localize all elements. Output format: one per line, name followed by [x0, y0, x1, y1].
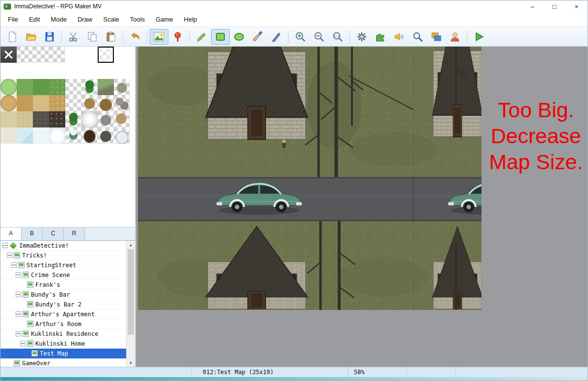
palette-tile-hole[interactable]: [81, 127, 98, 144]
menu-scale[interactable]: Scale: [98, 14, 125, 25]
save-project-button[interactable]: [40, 29, 59, 45]
palette-tile-grass-patch[interactable]: [0, 79, 17, 95]
palette-tile-blank[interactable]: [114, 47, 130, 63]
palette-tile-lava-rock[interactable]: [49, 111, 65, 127]
actual-scale-button[interactable]: 1:1: [328, 29, 347, 45]
zoom-in-button[interactable]: [291, 29, 310, 45]
tree-item-kuklinski-residence[interactable]: Kuklinski Residence: [0, 329, 127, 339]
options-button[interactable]: [352, 29, 371, 45]
palette-tile-dirt-light[interactable]: [33, 95, 49, 111]
flood-fill-tool-button[interactable]: [248, 29, 267, 45]
palette-tile-snow[interactable]: [33, 127, 49, 144]
pencil-tool-button[interactable]: [192, 29, 211, 45]
sound-test-button[interactable]: [390, 29, 408, 45]
collapse-toggle[interactable]: [16, 331, 21, 336]
palette-tile-sand-textured[interactable]: [17, 111, 33, 127]
tree-item-arthurs-apartment[interactable]: Arthur's Apartment: [0, 309, 127, 319]
palette-tile-rocks[interactable]: [114, 79, 130, 95]
collapse-toggle[interactable]: [16, 292, 21, 297]
collapse-toggle[interactable]: [20, 341, 26, 346]
event-searcher-button[interactable]: [408, 29, 427, 45]
palette-tile-stones[interactable]: [114, 95, 130, 111]
tree-item-test-map[interactable]: Test Map: [0, 349, 127, 358]
tree-item-gameover[interactable]: GameOver: [0, 358, 127, 367]
palette-tile-dirt[interactable]: [17, 95, 33, 111]
palette-tile-blank[interactable]: [65, 47, 81, 63]
palette-tile-tree[interactable]: [81, 79, 98, 95]
tree-item-arthurs-room[interactable]: Arthur's Room: [0, 319, 127, 329]
palette-tile-dirt-pile[interactable]: [98, 95, 114, 111]
menu-file[interactable]: File: [2, 14, 24, 25]
palette-tile-snow-tree[interactable]: [65, 127, 81, 144]
collapse-toggle[interactable]: [16, 311, 21, 317]
palette-tile-sand[interactable]: [0, 111, 17, 127]
menu-help[interactable]: Help: [179, 14, 203, 25]
rectangle-tool-button[interactable]: [211, 29, 230, 45]
collapse-toggle[interactable]: [7, 253, 12, 258]
palette-tile-ice[interactable]: [17, 127, 33, 144]
palette-tile-grass[interactable]: [17, 79, 33, 95]
npc-figure[interactable]: [282, 140, 286, 149]
shadow-pen-tool-button[interactable]: [267, 29, 286, 45]
undo-button[interactable]: [126, 29, 144, 45]
palette-tile-transparent[interactable]: [33, 47, 49, 63]
palette-tab-r[interactable]: R: [64, 228, 85, 240]
palette-tile-grass-textured[interactable]: [49, 79, 65, 95]
tree-item-crime-scene[interactable]: Crime Scene: [0, 270, 127, 280]
maximize-button[interactable]: □: [543, 0, 565, 12]
tree-scrollbar[interactable]: ▲ ▼: [126, 241, 135, 367]
palette-tile-pale-ground[interactable]: [0, 127, 17, 144]
palette-tile-crystal[interactable]: [81, 111, 98, 127]
resource-manager-button[interactable]: [427, 29, 446, 45]
tree-item-startingstreet[interactable]: StartingStreet: [0, 260, 127, 270]
map-edit-mode-button[interactable]: [150, 29, 168, 45]
palette-tile-blank[interactable]: [81, 47, 98, 63]
palette-tile-selected[interactable]: [98, 47, 114, 63]
event-edit-mode-button[interactable]: [168, 29, 187, 45]
scrollbar-thumb[interactable]: [128, 249, 134, 335]
character-generator-button[interactable]: [446, 29, 464, 45]
menu-game[interactable]: Game: [150, 14, 178, 25]
open-project-button[interactable]: [22, 29, 40, 45]
tree-item-franks[interactable]: Frank's: [0, 280, 127, 290]
menu-mode[interactable]: Mode: [45, 14, 72, 25]
palette-tile-erase[interactable]: [0, 47, 17, 63]
menu-tools[interactable]: Tools: [125, 14, 150, 25]
palette-tile-cliff[interactable]: [98, 79, 114, 95]
palette-tab-a[interactable]: A: [0, 228, 22, 240]
palette-tile-tree-2[interactable]: [65, 111, 81, 127]
ellipse-tool-button[interactable]: [230, 29, 248, 45]
tree-item-tricks[interactable]: Tricks!: [0, 251, 127, 260]
close-button[interactable]: ×: [565, 0, 588, 12]
palette-tile-dirt-mound[interactable]: [81, 95, 98, 111]
cut-button[interactable]: [64, 29, 83, 45]
menu-edit[interactable]: Edit: [24, 14, 45, 25]
palette-tile-tan-rocks[interactable]: [114, 111, 130, 127]
zoom-out-button[interactable]: [310, 29, 328, 45]
minimize-button[interactable]: –: [521, 0, 543, 12]
copy-button[interactable]: [83, 29, 102, 45]
paste-button[interactable]: [102, 29, 120, 45]
plugin-manager-button[interactable]: [371, 29, 390, 45]
map-canvas[interactable]: [138, 47, 481, 310]
collapse-toggle[interactable]: [2, 243, 8, 248]
palette-tile-grass-dark[interactable]: [33, 79, 49, 95]
playtest-button[interactable]: [470, 29, 488, 45]
palette-tile-snow-peak[interactable]: [114, 127, 130, 144]
palette-tab-b[interactable]: B: [22, 228, 43, 240]
tree-item-bundys-bar-2[interactable]: Bundy's Bar 2: [0, 300, 127, 309]
palette-tile-gravel[interactable]: [33, 111, 49, 127]
palette-tab-c[interactable]: C: [43, 228, 64, 240]
palette-tile-snow-drift[interactable]: [49, 127, 65, 144]
palette-tile-transparent[interactable]: [65, 79, 81, 95]
palette-tile-transparent[interactable]: [49, 47, 65, 63]
new-project-button[interactable]: [3, 29, 22, 45]
scrollbar-up-arrow[interactable]: ▲: [127, 241, 135, 249]
palette-tile-dark-rocks[interactable]: [98, 127, 114, 144]
menu-draw[interactable]: Draw: [72, 14, 98, 25]
palette-tile-dirt-textured[interactable]: [49, 95, 65, 111]
palette-tile-dirt-patch[interactable]: [0, 95, 17, 111]
collapse-toggle[interactable]: [16, 272, 21, 278]
collapse-toggle[interactable]: [11, 262, 17, 268]
scrollbar-down-arrow[interactable]: ▼: [127, 359, 135, 367]
